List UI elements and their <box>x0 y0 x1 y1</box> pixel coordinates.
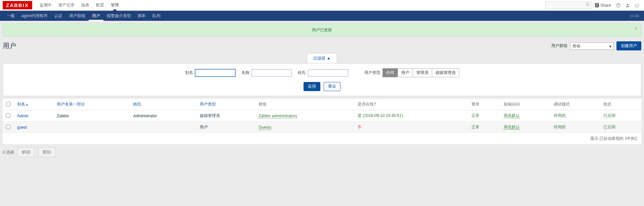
page-header: 用户 用户群组 所有 ▾ 创建用户 <box>0 37 644 53</box>
col-login: 登录 <box>468 99 500 110</box>
cell-frontend[interactable]: 系统默认 <box>504 125 520 130</box>
bulk-actions: 0 选择 解锁 删除 <box>3 148 641 157</box>
cell-firstname <box>53 122 130 133</box>
filter-surname-label: 姓氏 <box>298 70 306 76</box>
cell-debug: 停用的 <box>550 122 600 133</box>
filter-alias-input[interactable] <box>195 69 235 77</box>
bulk-delete-button[interactable]: 删除 <box>38 148 56 157</box>
search-input[interactable] <box>545 2 592 9</box>
usertype-seg[interactable]: 任何 <box>383 69 398 77</box>
sub-menu-item[interactable]: 报警媒介类型 <box>103 11 134 21</box>
logo[interactable]: ZABBIX <box>3 1 32 9</box>
svg-point-4 <box>627 4 629 5</box>
sub-menu-item[interactable]: 脚本 <box>134 11 149 21</box>
sub-menu-item[interactable]: agent代理程序 <box>18 11 51 21</box>
share-z-icon: Z <box>595 3 599 7</box>
sub-nav: 一般agent代理程序认证用户群组用户报警媒介类型脚本队列 cc-01 <box>0 11 644 21</box>
table-row: AdminZabbixAdministrator超级管理员Zabbix admi… <box>3 110 641 122</box>
cell-groups[interactable]: Zabbix administrators <box>259 114 297 119</box>
top-right: Z Share <box>545 0 644 10</box>
col-usertype[interactable]: 用户类型 <box>196 99 255 110</box>
group-label: 用户群组 <box>551 43 567 49</box>
chevron-down-icon: ▾ <box>609 44 611 49</box>
col-surname[interactable]: 姓氏 <box>130 99 196 110</box>
bulk-unlock-button[interactable]: 解锁 <box>17 148 35 157</box>
power-icon[interactable] <box>633 1 641 10</box>
sub-menu-item[interactable]: 用户 <box>89 11 103 21</box>
banner-text: 用户已更新 <box>312 28 332 32</box>
filter-reset-button[interactable]: 重设 <box>324 82 340 91</box>
cell-debug: 停用的 <box>550 110 600 122</box>
svg-point-0 <box>586 3 589 6</box>
cell-usertype: 超级管理员 <box>196 110 255 122</box>
cell-groups[interactable]: Guests <box>259 125 271 130</box>
users-tbody: AdminZabbixAdministrator超级管理员Zabbix admi… <box>3 110 641 133</box>
cell-login: 正常 <box>468 122 500 133</box>
user-icon[interactable] <box>623 1 632 10</box>
usertype-seg[interactable]: 用户 <box>398 69 413 77</box>
users-table: 别名 用户名第一部分 姓氏 用户类型 群组 是否在线? 登录 前端访问 调试模式… <box>3 99 641 133</box>
sub-menu-item[interactable]: 认证 <box>51 11 66 21</box>
filter-usertype-label: 用户类型 <box>364 70 380 76</box>
col-status: 状态 <box>600 99 641 110</box>
filter-panel: 过滤器 ▲ 别名 名称 姓氏 用户类型 任何用户管理员超级管理员 应用 重设 <box>3 53 641 96</box>
table-row: guest用户Guests不正常系统默认停用的已启用 <box>3 122 641 133</box>
col-groups: 群组 <box>255 99 354 110</box>
cell-status: 已启用 <box>600 122 641 133</box>
close-icon[interactable]: × <box>635 26 638 31</box>
usertype-seg[interactable]: 超级管理员 <box>432 69 459 77</box>
cell-alias[interactable]: Admin <box>17 114 29 118</box>
row-checkbox[interactable] <box>6 125 10 129</box>
create-user-button[interactable]: 创建用户 <box>616 41 641 50</box>
filter-surname-input[interactable] <box>308 69 348 77</box>
top-menu-item[interactable]: 监测中 <box>36 0 55 10</box>
users-table-wrap: 别名 用户名第一部分 姓氏 用户类型 群组 是否在线? 登录 前端访问 调试模式… <box>3 99 641 144</box>
top-menu-item[interactable]: 管理 <box>107 0 122 10</box>
top-menu-item[interactable]: 配置 <box>93 0 107 10</box>
svg-point-3 <box>618 6 618 7</box>
top-menu-item[interactable]: 报表 <box>78 0 93 10</box>
row-checkbox[interactable] <box>6 113 10 118</box>
group-selected: 所有 <box>572 44 581 48</box>
cell-online: 不 <box>354 122 468 133</box>
usertype-seg[interactable]: 管理员 <box>413 69 432 77</box>
group-select[interactable]: 所有 ▾ <box>570 42 614 50</box>
filter-name-label: 名称 <box>241 70 249 76</box>
cell-surname <box>130 122 196 133</box>
cell-status: 已启用 <box>600 110 641 122</box>
select-all-checkbox[interactable] <box>6 102 10 106</box>
col-firstname[interactable]: 用户名第一部分 <box>53 99 130 110</box>
top-nav: ZABBIX 监测中资产记录报表配置管理 Z Share <box>0 0 644 11</box>
help-icon[interactable] <box>614 1 623 10</box>
filter-name-input[interactable] <box>251 69 292 77</box>
cell-surname: Administrator <box>130 110 196 122</box>
sub-menu-item[interactable]: 队列 <box>149 11 164 21</box>
selected-count: 0 选择 <box>3 150 14 155</box>
share-button[interactable]: Z Share <box>593 3 613 8</box>
svg-line-1 <box>588 5 589 6</box>
filter-toggle[interactable]: 过滤器 ▲ <box>307 53 337 63</box>
sub-menu-item[interactable]: 一般 <box>3 11 18 21</box>
col-debug: 调试模式 <box>550 99 600 110</box>
col-online: 是否在线? <box>354 99 468 110</box>
cell-frontend[interactable]: 系统默认 <box>504 113 520 118</box>
cell-online: 是 (2018-09-10 20:40:51) <box>354 110 468 122</box>
filter-body: 别名 名称 姓氏 用户类型 任何用户管理员超级管理员 应用 重设 <box>3 63 641 96</box>
page-title: 用户 <box>3 41 16 50</box>
col-frontend: 前端访问 <box>500 99 550 110</box>
usertype-segmented: 任何用户管理员超级管理员 <box>382 68 459 77</box>
cell-login: 正常 <box>468 110 500 122</box>
cell-alias[interactable]: guest <box>17 125 27 130</box>
success-banner: 用户已更新 × <box>3 24 641 37</box>
cell-usertype: 用户 <box>196 122 255 133</box>
col-alias[interactable]: 别名 <box>14 99 53 110</box>
top-menu-item[interactable]: 资产记录 <box>55 0 78 10</box>
sub-menu: 一般agent代理程序认证用户群组用户报警媒介类型脚本队列 <box>3 11 164 21</box>
search-icon <box>586 3 590 8</box>
filter-apply-button[interactable]: 应用 <box>304 82 320 91</box>
server-name: cc-01 <box>630 14 641 18</box>
top-menu: 监测中资产记录报表配置管理 <box>36 0 122 10</box>
share-label: Share <box>600 3 611 8</box>
cell-firstname: Zabbix <box>53 110 130 122</box>
sub-menu-item[interactable]: 用户群组 <box>66 11 89 21</box>
